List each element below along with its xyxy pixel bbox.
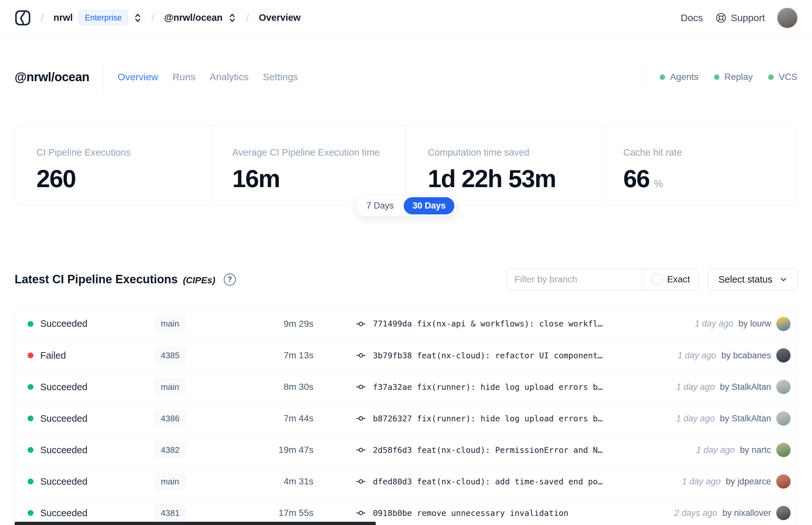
- cipe-row[interactable]: Failed43857m 13s3b79fb38 feat(nx-cloud):…: [15, 340, 797, 371]
- cipe-row[interactable]: Succeededmain8m 30sf37a32ae fix(runner):…: [15, 371, 797, 403]
- meta-cell: 1 day agoby jdpearce: [682, 474, 791, 489]
- status-label: Succeeded: [40, 382, 87, 392]
- time-ago-label: 1 day ago: [695, 319, 733, 329]
- status-dot-icon: [28, 416, 33, 421]
- stat-card: Average CI Pipeline Execution time16m: [211, 126, 406, 205]
- status-indicator-replay[interactable]: Replay: [714, 72, 753, 82]
- author-label: by bcabanes: [721, 350, 771, 361]
- top-navigation-bar: / nrwl Enterprise / @nrwl/ocean: [0, 0, 812, 36]
- tab-overview[interactable]: Overview: [118, 72, 158, 82]
- status-cell: Succeeded: [28, 445, 154, 455]
- author-avatar: [776, 380, 791, 394]
- commit-cell: b8726327 fix(runner): hide log upload er…: [356, 413, 676, 424]
- org-switcher-chevron-icon[interactable]: [134, 13, 142, 23]
- duration-label: 9m 29s: [242, 319, 313, 329]
- status-indicator-vcs[interactable]: VCS: [768, 72, 797, 82]
- branch-cell: 4386: [154, 410, 242, 427]
- status-cell: Succeeded: [28, 476, 154, 487]
- cipes-table: Succeededmain9m 29s771499da fix(nx-api &…: [15, 308, 797, 525]
- status-cell: Succeeded: [28, 318, 154, 329]
- cipe-row[interactable]: Succeededmain9m 29s771499da fix(nx-api &…: [15, 308, 797, 340]
- time-ago-label: 1 day ago: [676, 382, 715, 392]
- divider: [103, 62, 103, 92]
- tab-settings[interactable]: Settings: [263, 72, 298, 82]
- commit-message: b8726327 fix(runner): hide log upload er…: [373, 414, 602, 423]
- nx-cloud-overview-page: / nrwl Enterprise / @nrwl/ocean: [0, 0, 812, 525]
- docs-link[interactable]: Docs: [681, 12, 703, 24]
- commit-message: 0918b0be remove unnecessary invalidation: [373, 508, 568, 518]
- branch-badge: 4381: [154, 505, 186, 522]
- commit-message: 3b79fb38 feat(nx-cloud): refactor UI com…: [373, 351, 602, 360]
- time-ago-label: 1 day ago: [682, 477, 721, 487]
- meta-cell: 1 day agoby nartc: [696, 443, 791, 457]
- status-dot-icon: [28, 352, 33, 358]
- tab-runs[interactable]: Runs: [172, 72, 195, 82]
- status-label: Succeeded: [40, 445, 87, 455]
- author-label: by nixallover: [722, 508, 771, 518]
- date-range-toggle: 7 Days30 Days: [355, 195, 457, 217]
- user-avatar[interactable]: [777, 8, 797, 28]
- cipe-row[interactable]: Succeeded438117m 55s0918b0be remove unne…: [15, 497, 797, 525]
- branch-badge: main: [154, 379, 185, 395]
- tab-analytics[interactable]: Analytics: [210, 72, 248, 82]
- exact-checkbox[interactable]: [652, 274, 662, 285]
- branch-filter-input[interactable]: [507, 269, 643, 290]
- commit-message: 2d58f6d3 feat(nx-cloud): PermissionError…: [373, 446, 602, 455]
- stat-card-label: Average CI Pipeline Execution time: [232, 147, 406, 158]
- cipes-controls: Exact Select status: [506, 269, 797, 290]
- author-avatar: [776, 348, 791, 363]
- commit-cell: f37a32ae fix(runner): hide log upload er…: [356, 382, 676, 392]
- commit-message: 771499da fix(nx-api & workflows): close …: [373, 319, 602, 328]
- cipes-title: Latest CI Pipeline Executions (CIPEs): [15, 273, 215, 286]
- author-avatar: [776, 506, 791, 520]
- support-link[interactable]: Support: [715, 12, 765, 24]
- enterprise-badge[interactable]: Enterprise: [79, 10, 128, 25]
- status-indicator-agents[interactable]: Agents: [660, 72, 698, 82]
- workspace-tabs: OverviewRunsAnalyticsSettings: [118, 72, 298, 82]
- meta-cell: 1 day agoby lourw: [695, 317, 791, 331]
- duration-label: 7m 13s: [242, 350, 313, 361]
- author-avatar: [776, 474, 791, 489]
- breadcrumb-org[interactable]: nrwl: [53, 12, 73, 23]
- stat-card-suffix: %: [654, 178, 663, 190]
- duration-label: 4m 31s: [242, 476, 313, 487]
- bottom-cutoff-bar: [15, 522, 376, 525]
- breadcrumb-workspace[interactable]: @nrwl/ocean: [164, 12, 223, 23]
- help-icon[interactable]: ?: [224, 273, 236, 286]
- duration-label: 17m 55s: [242, 508, 313, 518]
- author-avatar: [776, 411, 791, 425]
- range-30-days[interactable]: 30 Days: [404, 197, 455, 214]
- range-7-days[interactable]: 7 Days: [357, 197, 402, 214]
- cipes-subtitle: (CIPEs): [183, 275, 215, 286]
- green-dot-icon: [660, 74, 665, 80]
- branch-badge: 4385: [154, 347, 186, 364]
- life-ring-icon: [715, 12, 727, 24]
- cipe-row[interactable]: Succeededmain4m 31sdfed80d3 feat(nx-clou…: [15, 466, 797, 497]
- meta-cell: 1 day agoby bcabanes: [677, 348, 791, 363]
- status-indicator-label: Agents: [670, 72, 698, 82]
- author-label: by StalkAltan: [720, 414, 771, 424]
- status-dot-icon: [28, 479, 33, 484]
- author-label: by StalkAltan: [720, 382, 771, 392]
- topbar-actions: Docs Support: [681, 8, 797, 28]
- status-dot-icon: [28, 510, 33, 516]
- status-label: Succeeded: [40, 508, 87, 519]
- status-label: Succeeded: [40, 413, 87, 424]
- status-cell: Failed: [28, 350, 154, 361]
- status-cell: Succeeded: [28, 413, 154, 424]
- app-logo-icon[interactable]: [15, 10, 31, 26]
- branch-badge: main: [154, 473, 185, 490]
- commit-cell: dfed80d3 feat(nx-cloud): add time-saved …: [356, 476, 682, 487]
- select-status-dropdown[interactable]: Select status: [708, 269, 797, 290]
- cipe-row[interactable]: Succeeded438219m 47s2d58f6d3 feat(nx-clo…: [15, 434, 797, 466]
- breadcrumb-separator: /: [41, 11, 44, 24]
- branch-badge: 4386: [154, 410, 186, 427]
- cipe-row[interactable]: Succeeded43867m 44sb8726327 fix(runner):…: [15, 403, 797, 434]
- workspace-switcher-chevron-icon[interactable]: [228, 13, 236, 23]
- stat-card-value: 260: [36, 164, 211, 193]
- git-commit-icon: [356, 476, 366, 487]
- select-status-label: Select status: [718, 274, 772, 285]
- stats-section: CI Pipeline Executions260Average CI Pipe…: [15, 126, 797, 205]
- breadcrumb-page: Overview: [259, 12, 301, 23]
- time-ago-label: 1 day ago: [676, 414, 715, 424]
